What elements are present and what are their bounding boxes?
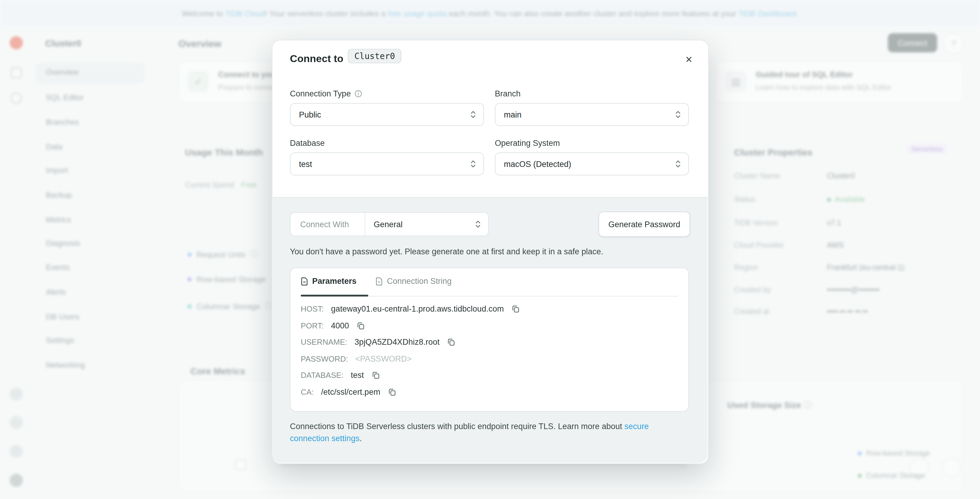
sidebar-item-import[interactable]: Import (46, 166, 68, 178)
banner-text: each month. You can also create another … (447, 9, 738, 18)
prop-label: Created by (734, 286, 771, 294)
used-storage-label: Used Storage Size (727, 400, 801, 410)
current-spend-label: Current Spend (185, 181, 234, 189)
sidebar-item-backup[interactable]: Backup (46, 191, 72, 202)
copy-icon[interactable] (511, 304, 520, 313)
param-label: DATABASE: (301, 370, 344, 380)
connection-type-select[interactable]: Public (290, 103, 484, 126)
connect-button[interactable]: Connect (888, 33, 937, 52)
page-title: Overview (178, 38, 221, 49)
prop-value: ••••-••-•• ••:•• (827, 307, 868, 316)
tidb-cloud-app: Welcome to TiDB Cloud! Your serverless c… (0, 0, 980, 499)
banner-text: . (796, 9, 798, 18)
password-note: You don't have a password yet. Please ge… (290, 247, 700, 256)
usage-heading: Usage This Month (185, 147, 263, 157)
banner-link-quota[interactable]: free usage quota (388, 9, 447, 18)
usage-item-label: Row-based Storage (196, 275, 266, 284)
expand-button[interactable] (942, 458, 961, 477)
banner-link-tidb-cloud[interactable]: TiDB Cloud (225, 9, 265, 18)
sidebar-item-events[interactable]: Events (46, 263, 70, 275)
tab-parameters[interactable]: Parameters (301, 277, 356, 286)
legend-row-storage: Row-based Storage (858, 449, 930, 458)
operating-system-select[interactable]: macOS (Detected) (495, 153, 689, 175)
branch-label: Branch (495, 89, 521, 98)
param-row-username: USERNAME:3pjQA5ZD4XDhiz8.root (301, 337, 456, 346)
prop-value: •••••••••@•••••••• (827, 286, 879, 294)
prop-label: Status (734, 195, 756, 204)
sidebar-item-overview[interactable]: Overview (46, 67, 78, 79)
param-value-password-placeholder: <PASSWORD> (355, 354, 412, 363)
chevron-updown-icon (675, 109, 681, 120)
copy-icon[interactable] (356, 321, 365, 330)
select-value: main (504, 110, 522, 119)
sidebar-item-settings[interactable]: Settings (46, 336, 74, 348)
sidebar-item-sql-editor[interactable]: SQL Editor (46, 93, 84, 105)
connection-type-label: Connection Type (290, 89, 362, 98)
card-title: Guided tour of SQL Editor (756, 70, 853, 79)
database-select[interactable]: test (290, 153, 484, 175)
tab-label: Parameters (312, 277, 356, 286)
core-metrics-heading: Core Metrics (191, 366, 245, 376)
sidebar-item-branches[interactable]: Branches (46, 118, 79, 130)
usage-item-request-units: Request Unitsⓘ (188, 249, 258, 260)
sidebar-item-metrics[interactable]: Metrics (46, 215, 71, 227)
prop-value: Cluster0 (827, 172, 855, 180)
used-storage-heading: Used Storage Size ⓘ (727, 400, 812, 411)
chevron-updown-icon (475, 219, 481, 230)
operating-system-label: Operating System (495, 138, 560, 148)
file-icon (375, 277, 383, 285)
info-icon[interactable] (355, 90, 362, 98)
connect-with-select[interactable]: General (365, 213, 488, 236)
tidb-logo-icon[interactable] (10, 36, 23, 49)
help-button[interactable]: ? (943, 33, 964, 54)
sidebar-item-diagnosis[interactable]: Diagnosis (46, 238, 80, 251)
onboarding-card-sql-tour[interactable] (716, 62, 963, 102)
param-label: PASSWORD: (301, 354, 348, 363)
chevron-updown-icon (675, 159, 681, 169)
status-text: Available (835, 195, 865, 204)
banner-link-dashboard[interactable]: TiDB Dashboard (738, 9, 796, 18)
select-value: Public (299, 110, 321, 119)
prop-value: Frankfurt (eu-central-1) (827, 263, 904, 272)
field-label: Branch (495, 89, 521, 98)
check-icon: ✓ (188, 71, 208, 92)
gift-icon[interactable] (10, 388, 23, 401)
field-label: Connection Type (290, 89, 351, 98)
prop-value: AWS (827, 241, 844, 249)
dialog-title: Connect to (290, 53, 344, 65)
close-icon[interactable]: ✕ (681, 52, 697, 67)
param-value: 3pjQA5ZD4XDhiz8.root (355, 337, 440, 346)
branch-select[interactable]: main (495, 103, 689, 126)
serverless-badge: Serverless (905, 143, 949, 154)
param-label: USERNAME: (301, 337, 347, 346)
copy-icon[interactable] (447, 337, 456, 346)
banner-text: Welcome to (182, 9, 225, 18)
avatar[interactable] (10, 474, 23, 487)
footer-suffix: . (360, 434, 362, 443)
info-icon[interactable]: ⓘ (803, 400, 812, 410)
generate-password-button[interactable]: Generate Password (598, 211, 690, 237)
status-badge: Available (827, 195, 865, 204)
tab-connection-string[interactable]: Connection String (375, 277, 452, 286)
tls-footer-note: Connections to TiDB Serverless clusters … (290, 421, 679, 444)
cluster-properties-heading: Cluster Properties (734, 147, 813, 157)
legend-dot (188, 304, 192, 308)
copy-icon[interactable] (371, 370, 380, 380)
sidebar-item-networking[interactable]: Networking (46, 361, 85, 372)
sidebar-item-data[interactable]: Data (46, 142, 62, 154)
prop-label: Created at (734, 307, 769, 316)
param-value: gateway01.eu-central-1.prod.aws.tidbclou… (331, 304, 504, 313)
sidebar-item-db-users[interactable]: DB Users (46, 312, 79, 324)
docs-icon[interactable] (10, 416, 23, 429)
param-label: PORT: (301, 321, 324, 330)
info-icon[interactable]: ⓘ (250, 249, 258, 260)
copy-icon[interactable] (388, 388, 396, 397)
sidebar-item-alerts[interactable]: Alerts (46, 288, 66, 300)
chart-control-icon[interactable] (235, 459, 246, 470)
support-icon[interactable] (10, 445, 23, 458)
legend-dot (188, 252, 192, 256)
banner-text: ! Your serverless cluster includes a (265, 9, 388, 18)
param-row-host: HOST:gateway01.eu-central-1.prod.aws.tid… (301, 304, 520, 313)
param-label: CA: (301, 388, 314, 397)
prop-label: Cloud Provider (734, 241, 784, 249)
